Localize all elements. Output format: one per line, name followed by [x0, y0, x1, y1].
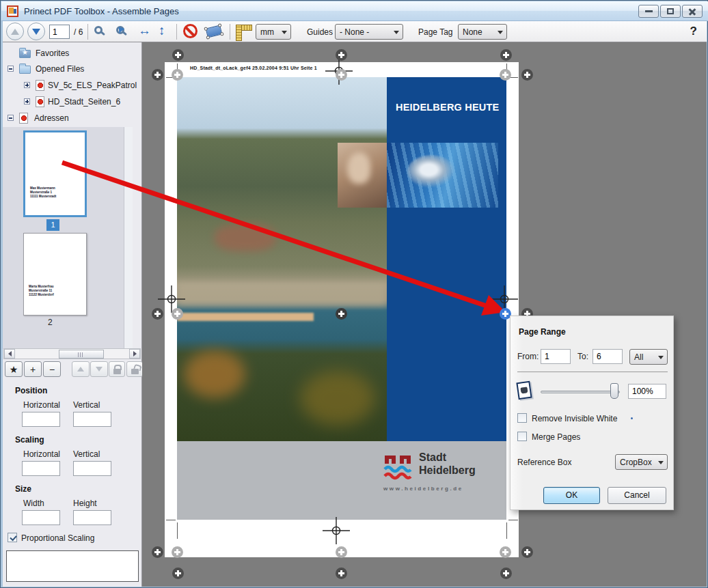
anchor-plus-icon[interactable] — [336, 308, 347, 320]
info-box — [6, 550, 139, 582]
help-button[interactable]: ? — [690, 25, 697, 38]
heidelberg-photo — [177, 77, 387, 441]
page-thumbnail-2[interactable]: Marta Musterfrau Musterstraße 11 11122 M… — [23, 233, 87, 316]
anchor-plus-icon[interactable] — [152, 546, 163, 558]
remove-button[interactable]: − — [43, 361, 61, 377]
proportional-scaling-checkbox[interactable] — [8, 533, 17, 542]
scaling-vertical-input[interactable] — [73, 461, 111, 476]
page-number-input[interactable] — [49, 25, 70, 39]
transform-shape-icon[interactable] — [206, 25, 223, 38]
position-horizontal-input[interactable] — [22, 412, 60, 427]
prohibit-icon[interactable] — [183, 24, 198, 38]
expand-expander[interactable] — [24, 98, 30, 104]
anchor-plus-icon[interactable] — [500, 69, 511, 81]
down-arrow-icon — [96, 367, 103, 372]
expand-expander[interactable] — [24, 82, 30, 88]
fit-width-icon[interactable]: ↔ — [138, 23, 151, 38]
anchor-plus-icon[interactable] — [152, 69, 163, 81]
move-up-button[interactable] — [72, 361, 90, 377]
cancel-button[interactable]: Cancel — [608, 487, 666, 504]
minimize-button[interactable] — [638, 5, 659, 18]
toolbar: / 6 ↔ ↕ mm Guides - None - Page Tag None… — [3, 21, 707, 42]
page-preview-icon — [516, 381, 532, 400]
zoom-in-icon[interactable] — [94, 26, 103, 34]
anchor-plus-icon[interactable] — [172, 568, 184, 579]
close-button[interactable] — [682, 5, 703, 18]
lock-button[interactable] — [109, 361, 125, 377]
from-label: From: — [517, 352, 539, 361]
ruler-icon[interactable] — [236, 25, 251, 40]
unlock-icon — [131, 369, 139, 374]
anchor-plus-icon[interactable] — [172, 69, 183, 81]
merge-pages-checkbox[interactable] — [517, 432, 527, 441]
fit-height-icon[interactable]: ↕ — [159, 23, 165, 38]
position-vertical-input[interactable] — [73, 412, 111, 427]
remove-invisible-white-checkbox[interactable] — [517, 413, 527, 423]
logo-text-line2: Heidelberg — [419, 464, 476, 477]
lock-icon — [113, 369, 121, 374]
bridge-logo-icon — [383, 453, 415, 483]
scale-slider-track[interactable] — [541, 391, 620, 393]
dialog-title: Page Range — [519, 327, 566, 337]
next-page-button[interactable] — [27, 23, 45, 40]
thumbnail-2-page-number: 2 — [48, 318, 53, 327]
unlock-button[interactable] — [126, 361, 143, 377]
collapse-expander[interactable] — [8, 115, 14, 121]
range-mode-select[interactable]: All — [629, 349, 668, 365]
unit-select[interactable]: mm — [256, 24, 291, 40]
banner-title: HEIDELBERG HEUTE — [396, 102, 499, 113]
move-down-button[interactable] — [90, 361, 108, 377]
scaling-horizontal-input[interactable] — [22, 461, 60, 476]
page-tag-select[interactable]: None — [458, 24, 507, 40]
anchor-plus-icon[interactable] — [336, 49, 347, 61]
proportional-scaling-label: Proportional Scaling — [21, 533, 94, 543]
anchor-plus-icon[interactable] — [152, 308, 163, 320]
scrollbar-thumb[interactable] — [59, 350, 104, 359]
anchor-plus-icon[interactable] — [336, 568, 347, 579]
scroll-right-button[interactable] — [129, 349, 140, 359]
page-total-label: / 6 — [74, 27, 83, 37]
guides-select[interactable]: - None - — [335, 24, 403, 40]
up-arrow-icon — [11, 29, 19, 35]
scroll-left-button[interactable] — [4, 349, 15, 359]
castle-image — [215, 224, 276, 251]
scale-percent-input[interactable] — [628, 384, 666, 399]
add-button[interactable]: + — [24, 361, 42, 377]
anchor-plus-icon[interactable] — [172, 546, 183, 558]
anchor-plus-icon[interactable] — [521, 546, 533, 558]
maximize-button[interactable] — [660, 5, 681, 18]
anchor-plus-icon[interactable] — [336, 69, 347, 81]
to-input[interactable] — [593, 349, 623, 364]
favorite-button[interactable]: ★ — [5, 361, 23, 377]
anchor-plus-icon[interactable] — [521, 69, 533, 81]
scaling-heading: Scaling — [15, 435, 44, 445]
previous-page-button[interactable] — [6, 23, 24, 40]
tree-item-label: HD_Stadt_Seiten_6 — [48, 97, 120, 107]
ok-button[interactable]: OK — [543, 487, 600, 504]
from-input[interactable] — [541, 349, 571, 364]
anchor-plus-icon[interactable] — [500, 568, 512, 579]
anchor-plus-icon[interactable] — [172, 49, 184, 61]
scaling-vertical-label: Vertical — [73, 449, 100, 459]
tree-item-label: Favorites — [36, 48, 69, 58]
anchor-plus-icon[interactable] — [500, 546, 511, 558]
collapse-expander[interactable] — [8, 66, 14, 72]
page-thumbnail-1[interactable]: Max Mustermann Musterstraße 1 11111 Must… — [23, 130, 87, 217]
pdf-file-icon — [36, 80, 44, 91]
tree-item-label: Opened Files — [36, 64, 84, 74]
anchor-plus-icon[interactable] — [500, 49, 512, 61]
scale-slider-thumb[interactable] — [610, 383, 618, 399]
blue-band: HEIDELBERG HEUTE — [387, 77, 506, 441]
pdf-file-icon — [19, 113, 28, 124]
thumbnail-scrollbar[interactable] — [124, 127, 133, 349]
to-label: To: — [577, 352, 588, 361]
reference-box-select[interactable]: CropBox — [615, 454, 668, 470]
zoom-dynamic-icon[interactable] — [116, 26, 124, 34]
page-range-dialog: Page Range From: To: All Remove Invisibl… — [510, 316, 674, 510]
separator — [517, 372, 668, 372]
anchor-plus-icon[interactable] — [336, 546, 347, 558]
size-width-input[interactable] — [22, 510, 60, 525]
size-height-input[interactable] — [73, 510, 111, 525]
anchor-plus-icon[interactable] — [172, 308, 183, 320]
horizontal-scrollbar[interactable] — [3, 348, 141, 359]
